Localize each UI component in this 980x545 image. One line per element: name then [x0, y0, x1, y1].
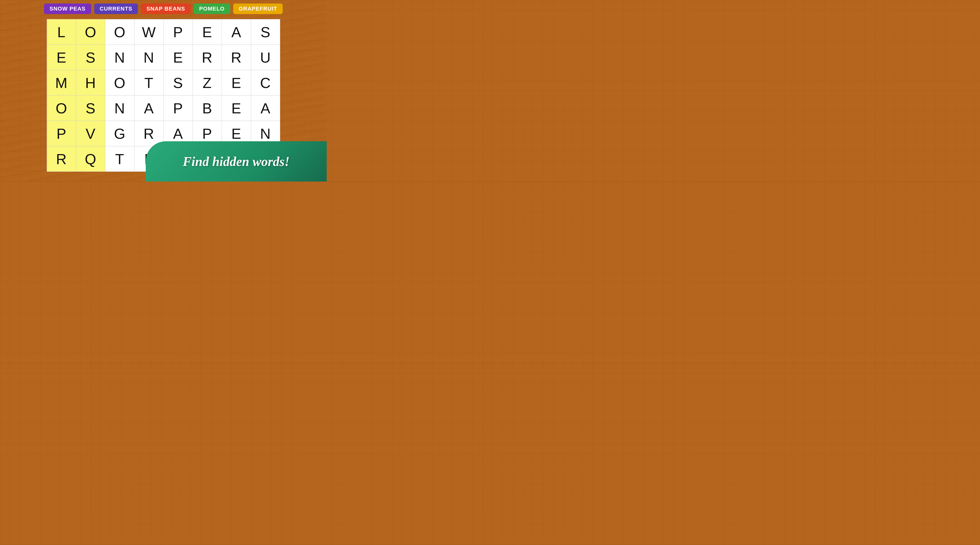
grid-cell-r4-c0[interactable]: P: [47, 121, 76, 146]
grid-cell-r0-c2[interactable]: O: [105, 19, 134, 45]
grid-cell-r2-c5[interactable]: Z: [193, 70, 222, 95]
grid-cell-r0-c6[interactable]: A: [222, 19, 251, 45]
grid-cell-r2-c6[interactable]: E: [222, 70, 251, 95]
grid-cell-r1-c0[interactable]: E: [47, 45, 76, 70]
grid-cell-r3-c4[interactable]: P: [164, 96, 192, 121]
grid-cell-r2-c4[interactable]: S: [164, 70, 192, 95]
tag-snap-beans[interactable]: SNAP BEANS: [141, 3, 191, 14]
tag-grapefruit[interactable]: GRAPEFRUIT: [233, 3, 283, 14]
tag-snow-peas[interactable]: SNOW PEAS: [44, 3, 91, 14]
grid-cell-r1-c6[interactable]: R: [222, 45, 251, 70]
grid-cell-r2-c1[interactable]: H: [76, 70, 105, 95]
grid-cell-r2-c3[interactable]: T: [134, 70, 163, 95]
grid-cell-r3-c3[interactable]: A: [134, 96, 163, 121]
grid-cell-r1-c7[interactable]: U: [251, 45, 280, 70]
grid-cell-r0-c7[interactable]: S: [251, 19, 280, 45]
grid-cell-r3-c0[interactable]: O: [47, 96, 76, 121]
grid-cell-r0-c1[interactable]: O: [76, 19, 105, 45]
grid-cell-r5-c0[interactable]: R: [47, 146, 76, 171]
grid-cell-r0-c4[interactable]: P: [164, 19, 192, 45]
grid-cell-r1-c2[interactable]: N: [105, 45, 134, 70]
grid-cell-r1-c1[interactable]: S: [76, 45, 105, 70]
grid-cell-r3-c1[interactable]: S: [76, 96, 105, 121]
grid-cell-r1-c5[interactable]: R: [193, 45, 222, 70]
grid-cell-r3-c7[interactable]: A: [251, 96, 280, 121]
grid-cell-r3-c6[interactable]: E: [222, 96, 251, 121]
grid-cell-r5-c2[interactable]: T: [105, 146, 134, 171]
tags-bar: SNOW PEASCURRENTSSNAP BEANSPOMELOGRAPEFR…: [0, 0, 327, 17]
grid-cell-r0-c5[interactable]: E: [193, 19, 222, 45]
grid-cell-r1-c3[interactable]: N: [134, 45, 163, 70]
tag-pomelo[interactable]: POMELO: [194, 3, 230, 14]
find-banner: Find hidden words!: [146, 141, 327, 182]
grid-cell-r0-c3[interactable]: W: [134, 19, 163, 45]
tag-currents[interactable]: CURRENTS: [94, 3, 138, 14]
grid-cell-r2-c7[interactable]: C: [251, 70, 280, 95]
grid-cell-r2-c0[interactable]: M: [47, 70, 76, 95]
grid-cell-r4-c2[interactable]: G: [105, 121, 134, 146]
grid-cell-r2-c2[interactable]: O: [105, 70, 134, 95]
grid-cell-r3-c2[interactable]: N: [105, 96, 134, 121]
grid-cell-r1-c4[interactable]: E: [164, 45, 192, 70]
grid-cell-r0-c0[interactable]: L: [47, 19, 76, 45]
find-banner-text: Find hidden words!: [183, 154, 290, 169]
grid-cell-r4-c1[interactable]: V: [76, 121, 105, 146]
grid-cell-r3-c5[interactable]: B: [193, 96, 222, 121]
grid-cell-r5-c1[interactable]: Q: [76, 146, 105, 171]
